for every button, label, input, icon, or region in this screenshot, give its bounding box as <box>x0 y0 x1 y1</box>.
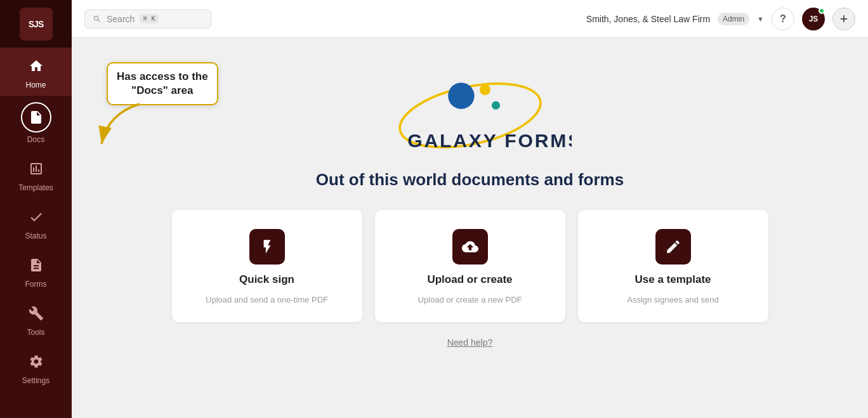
sidebar-logo: SJS <box>0 0 72 48</box>
sidebar-label-templates: Templates <box>18 183 53 192</box>
sidebar-label-home: Home <box>25 81 46 89</box>
svg-text:GALAXY FORMS: GALAXY FORMS <box>407 130 572 151</box>
pencil-icon <box>665 238 681 255</box>
settings-icon <box>24 349 48 374</box>
content-area: Has access to the "Docs" area <box>72 38 868 418</box>
use-template-title: Use a template <box>635 273 711 286</box>
tooltip-line1: Has access to the <box>117 70 208 82</box>
use-template-subtitle: Assign signees and send <box>627 295 719 304</box>
sidebar-label-settings: Settings <box>22 376 49 385</box>
search-shortcut: ⌘ K <box>140 14 159 23</box>
sidebar-item-settings[interactable]: Settings <box>0 343 72 391</box>
sidebar-item-home[interactable]: Home <box>0 48 72 96</box>
use-template-icon-box <box>655 229 691 265</box>
tooltip-line2: "Docs" area <box>131 84 193 96</box>
status-icon <box>24 205 48 229</box>
sidebar-item-templates[interactable]: Templates <box>0 150 72 199</box>
svg-point-5 <box>491 101 499 109</box>
action-cards: Quick sign Upload and send a one-time PD… <box>159 210 781 322</box>
need-help-link[interactable]: Need help? <box>447 337 493 348</box>
sidebar-label-status: Status <box>25 232 46 240</box>
search-bar[interactable]: Search ⌘ K <box>84 10 211 29</box>
dropdown-chevron-icon[interactable]: ▼ <box>757 15 764 23</box>
upload-create-card[interactable]: Upload or create Upload or create a new … <box>375 210 565 322</box>
search-icon <box>93 15 102 23</box>
sidebar-item-status[interactable]: Status <box>0 199 72 247</box>
upload-create-title: Upload or create <box>427 273 512 286</box>
home-icon <box>24 54 48 78</box>
quick-sign-subtitle: Upload and send a one-time PDF <box>206 295 328 304</box>
sidebar: SJS Home PDF Docs Templates Status Forms <box>0 0 72 418</box>
sidebar-label-forms: Forms <box>25 280 47 289</box>
admin-badge: Admin <box>718 13 749 25</box>
add-button[interactable]: + <box>832 8 855 30</box>
quick-sign-title: Quick sign <box>239 273 294 286</box>
forms-icon <box>24 253 48 277</box>
tooltip-arrow-icon <box>95 101 152 148</box>
avatar[interactable]: JS <box>802 8 825 30</box>
sidebar-item-docs[interactable]: PDF Docs <box>0 96 72 150</box>
quick-sign-card[interactable]: Quick sign Upload and send a one-time PD… <box>172 210 362 322</box>
upload-create-icon-box <box>452 229 488 265</box>
tools-icon <box>24 301 48 325</box>
galaxy-logo-svg: GALAXY FORMS <box>369 63 572 159</box>
use-template-card[interactable]: Use a template Assign signees and send <box>578 210 768 322</box>
header-right: Smith, Jones, & Steel Law Firm Admin ▼ ?… <box>586 8 855 30</box>
avatar-initials: JS <box>809 15 819 23</box>
tooltip-bubble: Has access to the "Docs" area <box>107 62 218 105</box>
galaxy-forms-logo: GALAXY FORMS <box>369 63 572 159</box>
sidebar-item-tools[interactable]: Tools <box>0 295 72 343</box>
sidebar-item-forms[interactable]: Forms <box>0 247 72 295</box>
tagline: Out of this world documents and forms <box>316 170 624 190</box>
cloud-upload-icon <box>462 238 478 255</box>
help-button[interactable]: ? <box>772 8 794 30</box>
docs-icon: PDF <box>21 102 51 133</box>
sidebar-label-docs: Docs <box>27 135 44 144</box>
search-label: Search <box>107 14 135 24</box>
main-area: Search ⌘ K Smith, Jones, & Steel Law Fir… <box>72 0 868 418</box>
svg-text:PDF: PDF <box>33 117 41 121</box>
quick-sign-icon-box <box>249 229 285 265</box>
bolt-icon <box>259 238 275 255</box>
sidebar-label-tools: Tools <box>27 328 44 337</box>
templates-icon <box>24 157 48 181</box>
online-status-dot <box>819 8 825 14</box>
svg-point-4 <box>480 84 490 95</box>
tooltip-annotation: Has access to the "Docs" area <box>107 62 218 105</box>
app-logo: SJS <box>20 8 53 41</box>
svg-point-3 <box>448 82 474 108</box>
upload-create-subtitle: Upload or create a new PDF <box>418 295 522 304</box>
firm-name: Smith, Jones, & Steel Law Firm <box>586 14 710 24</box>
header: Search ⌘ K Smith, Jones, & Steel Law Fir… <box>72 0 868 38</box>
